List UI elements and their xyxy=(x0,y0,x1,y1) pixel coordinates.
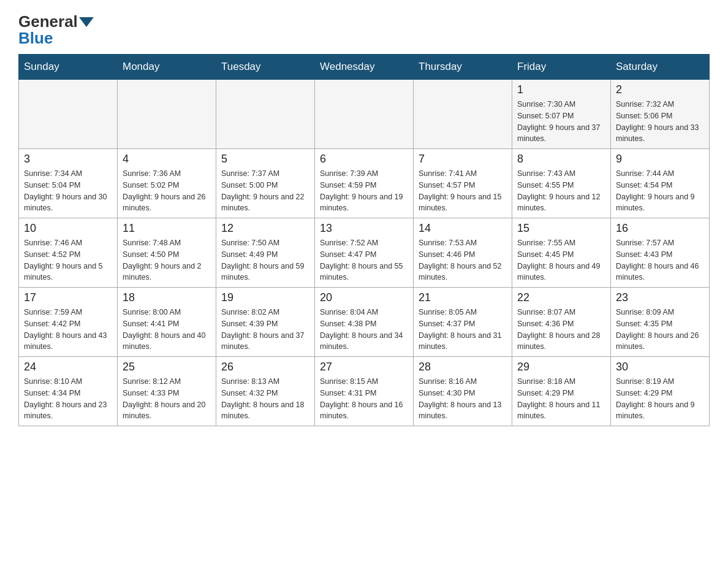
calendar-day-cell: 27Sunrise: 8:15 AM Sunset: 4:31 PM Dayli… xyxy=(315,357,414,426)
weekday-header-friday: Friday xyxy=(512,55,611,80)
day-info: Sunrise: 8:09 AM Sunset: 4:35 PM Dayligh… xyxy=(616,307,704,353)
logo[interactable]: General Blue xyxy=(18,12,95,48)
calendar-day-cell: 26Sunrise: 8:13 AM Sunset: 4:32 PM Dayli… xyxy=(216,357,315,426)
day-info: Sunrise: 7:34 AM Sunset: 5:04 PM Dayligh… xyxy=(24,168,112,214)
day-info: Sunrise: 7:32 AM Sunset: 5:06 PM Dayligh… xyxy=(616,99,704,145)
calendar-day-cell: 6Sunrise: 7:39 AM Sunset: 4:59 PM Daylig… xyxy=(315,149,414,218)
weekday-header-thursday: Thursday xyxy=(414,55,512,80)
day-number: 14 xyxy=(419,222,507,235)
calendar-day-cell: 28Sunrise: 8:16 AM Sunset: 4:30 PM Dayli… xyxy=(414,357,512,426)
day-info: Sunrise: 8:07 AM Sunset: 4:36 PM Dayligh… xyxy=(517,307,605,353)
day-info: Sunrise: 7:57 AM Sunset: 4:43 PM Dayligh… xyxy=(616,237,704,283)
calendar-day-cell: 10Sunrise: 7:46 AM Sunset: 4:52 PM Dayli… xyxy=(19,218,118,288)
day-number: 4 xyxy=(123,153,211,166)
day-number: 17 xyxy=(24,291,112,304)
day-number: 6 xyxy=(320,153,408,166)
calendar-day-cell: 30Sunrise: 8:19 AM Sunset: 4:29 PM Dayli… xyxy=(611,357,710,426)
calendar-day-cell xyxy=(315,80,414,149)
calendar-week-row: 24Sunrise: 8:10 AM Sunset: 4:34 PM Dayli… xyxy=(19,357,710,426)
calendar-day-cell: 25Sunrise: 8:12 AM Sunset: 4:33 PM Dayli… xyxy=(118,357,216,426)
calendar-day-cell: 17Sunrise: 7:59 AM Sunset: 4:42 PM Dayli… xyxy=(19,288,118,357)
day-number: 18 xyxy=(123,291,211,304)
calendar-week-row: 3Sunrise: 7:34 AM Sunset: 5:04 PM Daylig… xyxy=(19,149,710,218)
day-info: Sunrise: 7:46 AM Sunset: 4:52 PM Dayligh… xyxy=(24,237,112,283)
day-number: 3 xyxy=(24,153,112,166)
calendar-week-row: 10Sunrise: 7:46 AM Sunset: 4:52 PM Dayli… xyxy=(19,218,710,288)
calendar-day-cell: 8Sunrise: 7:43 AM Sunset: 4:55 PM Daylig… xyxy=(512,149,611,218)
day-number: 22 xyxy=(517,291,605,304)
day-number: 19 xyxy=(221,291,309,304)
calendar-day-cell: 22Sunrise: 8:07 AM Sunset: 4:36 PM Dayli… xyxy=(512,288,611,357)
day-number: 24 xyxy=(24,361,112,373)
day-number: 29 xyxy=(517,361,605,373)
calendar-day-cell: 24Sunrise: 8:10 AM Sunset: 4:34 PM Dayli… xyxy=(19,357,118,426)
day-number: 13 xyxy=(320,222,408,235)
day-info: Sunrise: 7:43 AM Sunset: 4:55 PM Dayligh… xyxy=(517,168,605,214)
day-number: 20 xyxy=(320,291,408,304)
calendar-table: SundayMondayTuesdayWednesdayThursdayFrid… xyxy=(18,54,710,426)
calendar-day-cell: 21Sunrise: 8:05 AM Sunset: 4:37 PM Dayli… xyxy=(414,288,512,357)
day-info: Sunrise: 7:44 AM Sunset: 4:54 PM Dayligh… xyxy=(616,168,704,214)
weekday-header-wednesday: Wednesday xyxy=(315,55,414,80)
day-number: 2 xyxy=(616,83,704,96)
weekday-header-sunday: Sunday xyxy=(19,55,118,80)
day-info: Sunrise: 7:30 AM Sunset: 5:07 PM Dayligh… xyxy=(517,99,605,145)
day-info: Sunrise: 8:05 AM Sunset: 4:37 PM Dayligh… xyxy=(419,307,507,353)
calendar-day-cell: 7Sunrise: 7:41 AM Sunset: 4:57 PM Daylig… xyxy=(414,149,512,218)
day-number: 30 xyxy=(616,361,704,373)
day-number: 1 xyxy=(517,83,605,96)
day-info: Sunrise: 8:04 AM Sunset: 4:38 PM Dayligh… xyxy=(320,307,408,353)
calendar-day-cell: 5Sunrise: 7:37 AM Sunset: 5:00 PM Daylig… xyxy=(216,149,315,218)
day-info: Sunrise: 8:16 AM Sunset: 4:30 PM Dayligh… xyxy=(419,376,507,422)
calendar-day-cell: 4Sunrise: 7:36 AM Sunset: 5:02 PM Daylig… xyxy=(118,149,216,218)
calendar-day-cell xyxy=(118,80,216,149)
day-number: 7 xyxy=(419,153,507,166)
weekday-header-row: SundayMondayTuesdayWednesdayThursdayFrid… xyxy=(19,55,710,80)
calendar-day-cell: 1Sunrise: 7:30 AM Sunset: 5:07 PM Daylig… xyxy=(512,80,611,149)
day-info: Sunrise: 8:10 AM Sunset: 4:34 PM Dayligh… xyxy=(24,376,112,422)
day-number: 21 xyxy=(419,291,507,304)
calendar-day-cell xyxy=(216,80,315,149)
day-number: 28 xyxy=(419,361,507,373)
day-info: Sunrise: 7:55 AM Sunset: 4:45 PM Dayligh… xyxy=(517,237,605,283)
day-info: Sunrise: 7:52 AM Sunset: 4:47 PM Dayligh… xyxy=(320,237,408,283)
day-info: Sunrise: 8:02 AM Sunset: 4:39 PM Dayligh… xyxy=(221,307,309,353)
calendar-day-cell: 15Sunrise: 7:55 AM Sunset: 4:45 PM Dayli… xyxy=(512,218,611,288)
day-info: Sunrise: 7:59 AM Sunset: 4:42 PM Dayligh… xyxy=(24,307,112,353)
calendar-day-cell: 2Sunrise: 7:32 AM Sunset: 5:06 PM Daylig… xyxy=(611,80,710,149)
day-info: Sunrise: 8:15 AM Sunset: 4:31 PM Dayligh… xyxy=(320,376,408,422)
day-info: Sunrise: 8:00 AM Sunset: 4:41 PM Dayligh… xyxy=(123,307,211,353)
weekday-header-monday: Monday xyxy=(118,55,216,80)
weekday-header-tuesday: Tuesday xyxy=(216,55,315,80)
day-info: Sunrise: 7:36 AM Sunset: 5:02 PM Dayligh… xyxy=(123,168,211,214)
calendar-day-cell: 14Sunrise: 7:53 AM Sunset: 4:46 PM Dayli… xyxy=(414,218,512,288)
calendar-day-cell: 12Sunrise: 7:50 AM Sunset: 4:49 PM Dayli… xyxy=(216,218,315,288)
day-info: Sunrise: 7:41 AM Sunset: 4:57 PM Dayligh… xyxy=(419,168,507,214)
logo-arrow-icon xyxy=(79,17,94,27)
day-number: 9 xyxy=(616,153,704,166)
calendar-day-cell: 19Sunrise: 8:02 AM Sunset: 4:39 PM Dayli… xyxy=(216,288,315,357)
day-number: 12 xyxy=(221,222,309,235)
day-info: Sunrise: 7:48 AM Sunset: 4:50 PM Dayligh… xyxy=(123,237,211,283)
calendar-day-cell: 3Sunrise: 7:34 AM Sunset: 5:04 PM Daylig… xyxy=(19,149,118,218)
day-info: Sunrise: 7:53 AM Sunset: 4:46 PM Dayligh… xyxy=(419,237,507,283)
day-info: Sunrise: 7:39 AM Sunset: 4:59 PM Dayligh… xyxy=(320,168,408,214)
calendar-week-row: 17Sunrise: 7:59 AM Sunset: 4:42 PM Dayli… xyxy=(19,288,710,357)
day-info: Sunrise: 8:13 AM Sunset: 4:32 PM Dayligh… xyxy=(221,376,309,422)
day-number: 15 xyxy=(517,222,605,235)
calendar-day-cell xyxy=(19,80,118,149)
calendar-day-cell: 29Sunrise: 8:18 AM Sunset: 4:29 PM Dayli… xyxy=(512,357,611,426)
calendar-week-row: 1Sunrise: 7:30 AM Sunset: 5:07 PM Daylig… xyxy=(19,80,710,149)
logo-blue-text: Blue xyxy=(18,29,53,48)
day-number: 23 xyxy=(616,291,704,304)
day-number: 8 xyxy=(517,153,605,166)
day-info: Sunrise: 8:12 AM Sunset: 4:33 PM Dayligh… xyxy=(123,376,211,422)
day-number: 10 xyxy=(24,222,112,235)
day-number: 26 xyxy=(221,361,309,373)
calendar-day-cell: 11Sunrise: 7:48 AM Sunset: 4:50 PM Dayli… xyxy=(118,218,216,288)
day-number: 16 xyxy=(616,222,704,235)
calendar-day-cell: 23Sunrise: 8:09 AM Sunset: 4:35 PM Dayli… xyxy=(611,288,710,357)
calendar-day-cell: 9Sunrise: 7:44 AM Sunset: 4:54 PM Daylig… xyxy=(611,149,710,218)
calendar-day-cell: 16Sunrise: 7:57 AM Sunset: 4:43 PM Dayli… xyxy=(611,218,710,288)
day-number: 5 xyxy=(221,153,309,166)
